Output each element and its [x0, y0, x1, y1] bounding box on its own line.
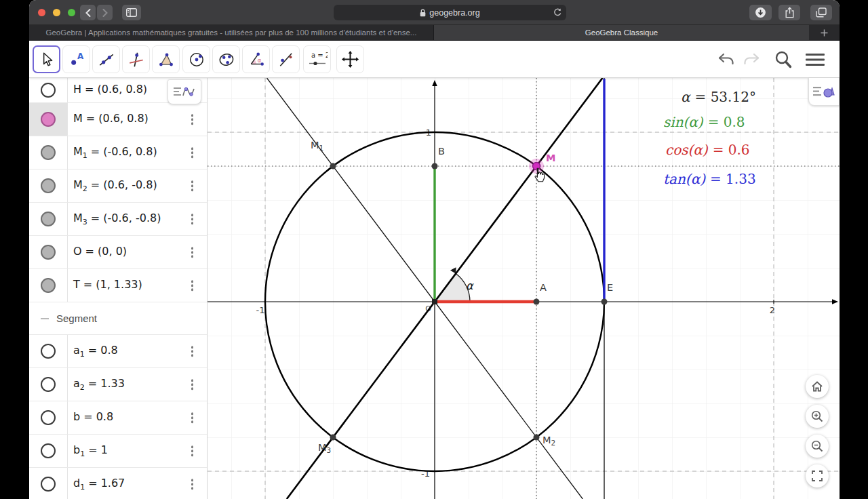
search-button[interactable]: [773, 49, 793, 70]
tool-move-graphics-view-button[interactable]: [336, 45, 364, 73]
algebra-row[interactable]: T= (1, 1.33): [29, 269, 207, 302]
row-menu-button[interactable]: [191, 180, 194, 191]
point-M2[interactable]: [534, 435, 540, 441]
home-view-button[interactable]: [806, 375, 829, 398]
url-text: geogebra.org: [429, 8, 479, 18]
algebra-row[interactable]: b1= 1: [29, 435, 207, 468]
row-menu-button[interactable]: [191, 247, 194, 258]
algebra-row[interactable]: b= 0.8: [29, 401, 207, 435]
collapse-icon: [41, 318, 49, 319]
tool-point-button[interactable]: A: [62, 45, 90, 73]
algebra-row[interactable]: M3= (-0.6, -0.8): [29, 203, 207, 236]
sidebar-toggle-button[interactable]: [122, 5, 141, 20]
point-A[interactable]: [534, 299, 540, 305]
graphics-style-bar-button[interactable]: [808, 78, 840, 106]
visibility-toggle[interactable]: [41, 178, 56, 193]
address-bar[interactable]: geogebra.org: [334, 5, 566, 20]
tab-bar: GeoGebra | Applications mathématiques gr…: [29, 25, 840, 41]
row-menu-button[interactable]: [191, 445, 194, 456]
row-menu-button[interactable]: [191, 280, 194, 291]
algebra-row[interactable]: M1= (-0.6, 0.8): [29, 136, 207, 169]
point-M3[interactable]: [330, 435, 336, 441]
visibility-toggle[interactable]: [41, 83, 56, 98]
zoom-out-button[interactable]: [806, 435, 829, 458]
row-menu-button[interactable]: [191, 412, 194, 423]
visibility-toggle[interactable]: [41, 443, 56, 458]
visibility-toggle[interactable]: [41, 278, 56, 293]
slider-icon: a = 2: [307, 50, 328, 69]
visibility-toggle[interactable]: [41, 344, 56, 359]
minimize-window-button[interactable]: [53, 9, 60, 16]
tab-geogebra-home[interactable]: GeoGebra | Applications mathématiques gr…: [29, 25, 434, 40]
new-tab-button[interactable]: [809, 25, 840, 40]
tab-geogebra-classique[interactable]: GeoGebra Classique: [434, 25, 809, 40]
point-M[interactable]: [533, 163, 540, 170]
visibility-toggle[interactable]: [41, 112, 56, 127]
back-button[interactable]: [80, 5, 96, 20]
readout-alpha: α= 53.12°: [681, 89, 756, 105]
zoom-in-button[interactable]: [806, 405, 829, 428]
algebra-row[interactable]: d1= 1.67: [29, 468, 207, 499]
tool-move-button[interactable]: [33, 45, 60, 73]
perpendicular-line-icon: [127, 51, 145, 68]
point-icon: A: [68, 51, 85, 68]
algebra-row[interactable]: M= (0.6, 0.8): [29, 103, 207, 136]
close-window-button[interactable]: [38, 9, 45, 16]
download-icon: [755, 7, 766, 18]
tool-reflection-button[interactable]: [272, 45, 300, 73]
reload-icon[interactable]: [553, 7, 562, 17]
tool-slider-button[interactable]: a = 2: [303, 45, 331, 73]
algebra-style-bar-button[interactable]: [167, 79, 201, 104]
undo-button[interactable]: [716, 49, 736, 70]
algebra-row[interactable]: a1= 0.8: [29, 335, 207, 368]
tool-polygon-button[interactable]: [152, 45, 180, 73]
algebra-row[interactable]: M2= (0.6, -0.8): [29, 169, 207, 203]
graphics-view[interactable]: -1 2 1 -1 O α: [207, 78, 840, 499]
row-menu-button[interactable]: [191, 114, 194, 125]
main-menu-button[interactable]: [804, 49, 826, 70]
share-icon: [785, 7, 795, 18]
tool-conic-through-points-button[interactable]: [212, 45, 240, 73]
fullscreen-icon: [812, 471, 823, 481]
algebra-style-icon: [172, 83, 197, 101]
point-M1[interactable]: [330, 163, 336, 169]
fullscreen-button[interactable]: [806, 464, 829, 487]
point-O[interactable]: [432, 299, 437, 304]
plus-icon: [821, 29, 828, 37]
share-button[interactable]: [778, 5, 800, 20]
zoom-in-icon: [811, 410, 823, 422]
move-cursor-icon: [38, 51, 56, 68]
point-E[interactable]: [601, 299, 608, 305]
tool-line-button[interactable]: [92, 45, 120, 73]
safari-window: geogebra.org: [29, 0, 840, 499]
row-menu-button[interactable]: [191, 346, 194, 357]
forward-button[interactable]: [97, 5, 113, 20]
visibility-toggle[interactable]: [41, 410, 56, 425]
row-menu-button[interactable]: [191, 147, 194, 158]
tool-circle-with-center-button[interactable]: [182, 45, 210, 73]
object-definition: b= 0.8: [73, 410, 113, 425]
visibility-toggle[interactable]: [41, 245, 56, 260]
visibility-toggle[interactable]: [41, 145, 56, 160]
svg-text:A: A: [540, 282, 547, 293]
algebra-section-header[interactable]: Segment: [29, 302, 207, 335]
zoom-window-button[interactable]: [68, 9, 75, 16]
object-definition: M= (0.6, 0.8): [73, 112, 149, 127]
point-B[interactable]: [432, 163, 438, 169]
row-menu-button[interactable]: [191, 214, 194, 224]
tool-angle-button[interactable]: α: [242, 45, 270, 73]
visibility-toggle[interactable]: [41, 477, 56, 492]
geogebra-toolbar: A: [29, 41, 840, 78]
redo-button[interactable]: [741, 49, 762, 70]
algebra-row[interactable]: O= (0, 0): [29, 236, 207, 269]
downloads-button[interactable]: [749, 5, 772, 20]
visibility-toggle[interactable]: [41, 212, 56, 226]
tool-perpendicular-line-button[interactable]: [122, 45, 150, 73]
row-menu-button[interactable]: [191, 479, 194, 490]
show-tabs-button[interactable]: [810, 5, 832, 20]
visibility-cell: [29, 203, 68, 235]
visibility-toggle[interactable]: [41, 377, 56, 392]
row-menu-button[interactable]: [191, 379, 194, 390]
angle-icon: α: [248, 51, 265, 68]
algebra-row[interactable]: a2= 1.33: [29, 368, 207, 401]
